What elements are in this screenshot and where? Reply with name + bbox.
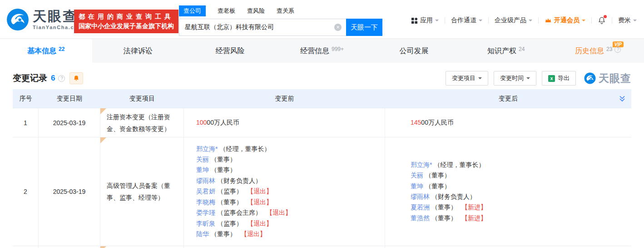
company-search-input[interactable] <box>179 19 346 36</box>
search-tab-company[interactable]: 查公司 <box>179 5 206 16</box>
tab-history-info[interactable]: VIP 历史信息 23 ? <box>552 39 644 63</box>
collapse-all-chevron-icon[interactable] <box>619 95 626 102</box>
nav-enterprise-products[interactable]: 企业级产品 <box>495 16 532 25</box>
changed-digits: 145 <box>411 119 421 126</box>
nav-divider <box>488 17 489 24</box>
person-link[interactable]: 关丽 <box>411 172 423 179</box>
filter-change-time-button[interactable]: 变更时间 <box>494 71 536 86</box>
member-line: 邢立海*（经理，董事长） <box>196 144 385 154</box>
person-role: （董事） <box>211 156 236 163</box>
notifications-bell[interactable] <box>598 16 606 25</box>
bell-icon <box>73 75 79 81</box>
table-row: 2 2025-03-19 高级管理人员备案（董事、监事、经理等） 邢立海*（经理… <box>13 137 631 246</box>
member-line: 吴君妍（监事）【退出】 <box>196 186 385 197</box>
tianyancha-logo[interactable]: 天眼查 TianYanCha.com <box>6 8 83 31</box>
tab-business-info[interactable]: 经营信息 999+ <box>276 39 368 63</box>
member-line: 董浩然（董事）【新进】 <box>411 213 631 223</box>
tab-label: 经营信息 <box>300 46 329 56</box>
tab-label: 历史信息 <box>575 46 604 56</box>
person-role: （董事） <box>217 198 243 206</box>
search-button[interactable]: 天眼一下 <box>346 19 382 36</box>
table-row: 1 2025-03-19 注册资本变更（注册资金、资金数额等变更） 10000万… <box>13 108 631 137</box>
tab-label: 基本信息 <box>27 46 56 56</box>
col-header-date: 变更日期 <box>39 89 100 108</box>
person-role: （经理，董事长） <box>219 145 270 152</box>
person-role: （监事） <box>217 187 243 195</box>
nav-divider <box>612 17 612 24</box>
export-button[interactable]: x 导出 <box>542 71 576 86</box>
nav-open-vip[interactable]: 开通会员 <box>545 16 585 25</box>
person-role: （董事） <box>425 182 451 190</box>
member-line: 关丽（董事） <box>411 170 631 181</box>
help-icon[interactable]: ? <box>58 75 65 82</box>
search-row: × 天眼一下 <box>179 19 382 36</box>
change-tag: 【退出】 <box>266 209 292 216</box>
top-nav: 应用 合作通道 企业级产品 开通会员 <box>411 16 637 25</box>
nav-enterprise-label: 企业级产品 <box>495 16 526 25</box>
change-tag: 【退出】 <box>247 220 272 227</box>
tab-label: 知识产权 <box>487 46 516 56</box>
search-tab-relation[interactable]: 查关系 <box>277 7 294 15</box>
table-header-row: 序号 变更日期 变更项目 变更前 变更后 <box>13 89 631 108</box>
person-role: （董事） <box>211 230 236 238</box>
chevron-down-icon <box>633 20 637 23</box>
nav-partner-channel[interactable]: 合作通道 <box>451 16 482 25</box>
search-tab-risk[interactable]: 查风险 <box>247 7 265 15</box>
top-header: 天眼查 TianYanCha.com 都在用的商业查询工具 国家中小企业发展子基… <box>0 0 644 39</box>
search-tabs: 查公司 查老板 查风险 查关系 <box>179 5 382 16</box>
person-link[interactable]: 邢立海 <box>411 161 430 168</box>
member-line: 缪雨林（财务负责人） <box>196 176 385 186</box>
member-line: 李晓梅（董事）【退出】 <box>196 197 385 208</box>
person-link[interactable]: 李昕泉 <box>196 220 215 227</box>
filter-change-project-button[interactable]: 变更项目 <box>446 71 488 86</box>
tab-intellectual-property[interactable]: 知识产权 24 <box>460 39 552 63</box>
row-before-value: 10000万人民币 <box>184 108 385 137</box>
person-link[interactable]: 董坤 <box>411 182 423 190</box>
person-link[interactable]: 邢立海 <box>196 145 215 152</box>
notification-dot <box>604 15 607 18</box>
person-link[interactable]: 关丽 <box>196 156 209 163</box>
change-tag: 【退出】 <box>247 187 272 195</box>
changed-digits: 100 <box>196 119 207 126</box>
search-tab-boss[interactable]: 查老板 <box>218 7 235 15</box>
person-link[interactable]: 夏若洲 <box>411 203 430 211</box>
row-seq: 2 <box>13 137 39 246</box>
chevron-down-icon <box>435 20 439 23</box>
section-title: 变更记录 <box>13 72 47 84</box>
chevron-down-icon <box>479 20 482 23</box>
member-line: 陆华（董事）【退出】 <box>196 229 385 239</box>
filter-label: 变更项目 <box>452 74 476 82</box>
person-link[interactable]: 董浩然 <box>411 214 430 222</box>
nav-apps[interactable]: 应用 <box>411 16 439 25</box>
person-link[interactable]: 缪雨林 <box>411 193 430 200</box>
person-link[interactable]: 吴君妍 <box>196 187 215 195</box>
tab-operating-risk[interactable]: 经营风险 <box>184 39 276 63</box>
person-link[interactable]: 缪雨林 <box>196 177 215 184</box>
nav-user-menu[interactable]: 费米 <box>618 16 637 25</box>
member-line: 董坤（董事） <box>196 165 385 175</box>
member-line: 关丽（董事） <box>196 154 385 165</box>
tab-company-development[interactable]: 公司发展 <box>368 39 460 63</box>
change-tag: 【退出】 <box>247 198 272 206</box>
member-line: 董坤（董事） <box>411 181 631 192</box>
help-icon[interactable]: ? <box>614 46 621 53</box>
tianyancha-change-records-page: 天眼查 TianYanCha.com 都在用的商业查询工具 国家中小企业发展子基… <box>0 0 644 248</box>
member-line: 李昕泉（监事）【退出】 <box>196 218 385 229</box>
tab-basic-info[interactable]: 基本信息 22 <box>0 39 92 63</box>
value-rest: 00万人民币 <box>421 119 454 126</box>
person-link[interactable]: 娄学瑾 <box>196 209 215 216</box>
tab-legal-proceedings[interactable]: 法律诉讼 <box>92 39 184 63</box>
person-role: （监事会主席） <box>217 209 262 216</box>
person-link[interactable]: 陆华 <box>196 230 209 238</box>
promo-line1: 都在用的商业查询工具 <box>79 12 174 21</box>
col-header-seq: 序号 <box>13 89 39 108</box>
member-line: 夏若洲（董事）【新进】 <box>411 202 631 213</box>
person-link[interactable]: 董坤 <box>196 166 209 173</box>
export-label: 导出 <box>558 74 570 82</box>
subscribe-bell-button[interactable] <box>69 72 83 84</box>
crown-icon <box>545 17 552 24</box>
tab-count: 24 <box>519 46 525 52</box>
person-link[interactable]: 李晓梅 <box>196 198 215 206</box>
clear-input-icon[interactable]: × <box>334 24 342 31</box>
watermark-text: 天眼查 <box>599 71 631 86</box>
